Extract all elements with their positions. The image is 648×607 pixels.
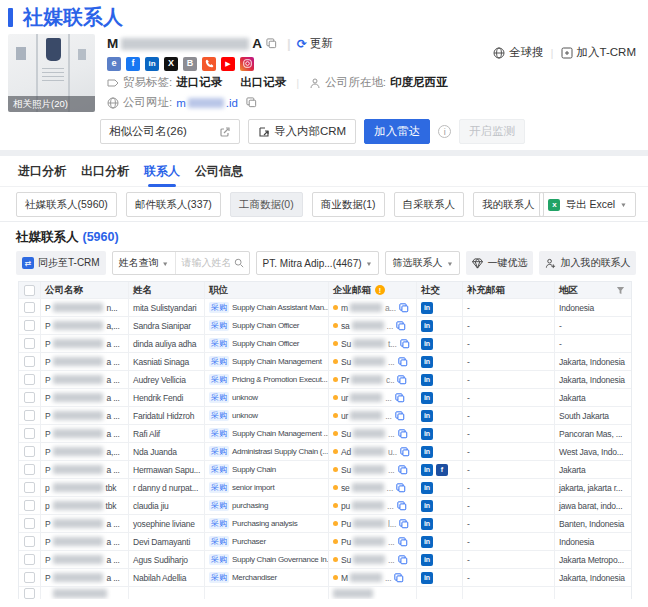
table-row[interactable]: Pa ... Kasniati Sinaga 采购Supply Chain Ma… — [19, 353, 631, 371]
global-search-link[interactable]: 全球搜 — [493, 45, 544, 60]
linkedin-icon[interactable]: in — [145, 57, 159, 71]
export-excel-button[interactable]: x 导出 Excel ▼ — [539, 192, 636, 217]
linkedin-icon[interactable]: in — [421, 536, 433, 548]
linkedin-icon[interactable]: in — [421, 554, 433, 566]
row-checkbox[interactable] — [24, 446, 35, 457]
table-row[interactable]: Pa,... Nda Juanda 采购Administrasi Supply … — [19, 443, 631, 461]
copy-icon[interactable] — [398, 429, 408, 439]
refresh-label[interactable]: 更新 — [310, 36, 333, 51]
website-icon[interactable]: e — [107, 57, 121, 71]
table-row[interactable]: Pa,... Sandra Sianipar 采购Supply Chain Of… — [19, 317, 631, 335]
tab-1[interactable]: 出口分析 — [81, 156, 129, 187]
refresh-icon[interactable]: ⟳ — [297, 37, 307, 51]
name-query-dropdown[interactable]: 姓名查询 ▼ — [113, 252, 176, 274]
row-checkbox[interactable] — [24, 518, 35, 529]
trade-tag-export[interactable]: 出口记录 — [240, 75, 286, 90]
copy-icon[interactable] — [396, 483, 406, 493]
join-radar-button[interactable]: 加入雷达 — [364, 119, 430, 144]
warning-icon[interactable]: ! — [375, 285, 385, 295]
filter-contacts-dropdown[interactable]: 筛选联系人 ▼ — [385, 251, 460, 275]
linkedin-icon[interactable]: in — [421, 392, 433, 404]
similar-companies-box[interactable]: 相似公司名(26) — [100, 119, 240, 144]
linkedin-icon[interactable]: in — [421, 464, 433, 476]
linkedin-icon[interactable]: in — [421, 320, 433, 332]
row-checkbox[interactable] — [24, 536, 35, 547]
facebook-icon[interactable]: f — [436, 464, 448, 476]
row-checkbox[interactable] — [24, 482, 35, 493]
blog-icon[interactable]: B — [183, 57, 197, 71]
copy-icon[interactable] — [394, 573, 404, 583]
sync-tcrm-button[interactable]: ⇄ 同步至T-CRM — [16, 251, 106, 275]
table-row[interactable]: Pa ... Hermawan Sapu... 采购Supply Chain S… — [19, 461, 631, 479]
copy-icon[interactable] — [398, 465, 408, 475]
row-checkbox[interactable] — [24, 356, 35, 367]
name-search-input[interactable]: 请输入姓名 — [176, 256, 234, 270]
table-row[interactable]: ptbk r danny d nurpat... 采购senior import… — [19, 479, 631, 497]
pill-5[interactable]: 我的联系人 — [473, 192, 544, 217]
monitor-button[interactable]: 开启监测 — [459, 119, 525, 144]
row-checkbox[interactable] — [24, 464, 35, 475]
copy-icon[interactable] — [397, 375, 407, 385]
pill-0[interactable]: 社媒联系人(5960) — [16, 192, 117, 217]
join-tcrm-link[interactable]: 加入T-CRM — [561, 45, 636, 60]
copy-icon[interactable] — [396, 321, 406, 331]
instagram-icon[interactable] — [240, 57, 254, 71]
linkedin-icon[interactable]: in — [421, 500, 433, 512]
linkedin-icon[interactable]: in — [421, 302, 433, 314]
youtube-icon[interactable]: ▶ — [221, 57, 235, 71]
copy-icon[interactable] — [266, 38, 277, 49]
linkedin-icon[interactable]: in — [421, 446, 433, 458]
table-row[interactable]: Pa ... Rafi Alif 采购Supply Chain Manageme… — [19, 425, 631, 443]
one-click-optimize-button[interactable]: 一键优选 — [466, 251, 533, 275]
copy-icon[interactable] — [398, 357, 408, 367]
info-icon[interactable]: i — [438, 125, 451, 138]
pill-3[interactable]: 商业数据(1) — [312, 192, 385, 217]
linkedin-icon[interactable]: in — [421, 374, 433, 386]
copy-icon[interactable] — [399, 303, 409, 313]
tab-0[interactable]: 进口分析 — [18, 156, 66, 187]
table-row[interactable]: Pa ... Audrey Vellicia 采购Pricing & Promo… — [19, 371, 631, 389]
add-my-contacts-button[interactable]: 加入我的联系人 — [539, 251, 636, 275]
pill-2[interactable]: 工商数据(0) — [230, 192, 303, 217]
linkedin-icon[interactable]: in — [421, 518, 433, 530]
row-checkbox[interactable] — [24, 320, 35, 331]
copy-icon[interactable] — [400, 339, 410, 349]
trade-tag-import[interactable]: 进口记录 — [176, 75, 222, 90]
row-checkbox[interactable] — [24, 500, 35, 511]
row-checkbox[interactable] — [24, 428, 35, 439]
copy-icon[interactable] — [397, 501, 407, 511]
linkedin-icon[interactable]: in — [421, 428, 433, 440]
facebook-icon[interactable]: f — [126, 57, 140, 71]
linkedin-icon[interactable]: in — [421, 410, 433, 422]
filter-icon[interactable] — [616, 286, 625, 295]
linkedin-icon[interactable]: in — [421, 482, 433, 494]
linkedin-icon[interactable]: in — [421, 356, 433, 368]
row-checkbox[interactable] — [24, 374, 35, 385]
row-checkbox[interactable] — [24, 392, 35, 403]
company-photo[interactable]: 相关照片(20) — [8, 34, 95, 112]
copy-icon[interactable] — [399, 519, 409, 529]
row-checkbox[interactable] — [24, 410, 35, 421]
table-row[interactable]: Pa ... yosephine liviane 采购Purchasing an… — [19, 515, 631, 533]
table-row[interactable]: Pa ... Agus Sudiharjo 采购Supply Chain Gov… — [19, 551, 631, 569]
tab-3[interactable]: 公司信息 — [195, 156, 243, 187]
pill-4[interactable]: 自采联系人 — [394, 192, 465, 217]
linkedin-icon[interactable]: in — [421, 338, 433, 350]
tab-2[interactable]: 联系人 — [144, 156, 180, 187]
table-row[interactable]: Pa ... Faridatul Hidzroh 采购unknow ur... … — [19, 407, 631, 425]
copy-icon[interactable] — [395, 411, 405, 421]
copy-icon[interactable] — [398, 555, 408, 565]
company-website-link[interactable]: m .id — [176, 97, 238, 109]
copy-icon[interactable] — [246, 97, 257, 108]
row-checkbox[interactable] — [24, 572, 35, 583]
import-crm-button[interactable]: 导入内部CRM — [248, 119, 356, 144]
table-row[interactable]: Pa ... Devi Damayanti 采购Purchaser Pu... … — [19, 533, 631, 551]
copy-icon[interactable] — [395, 393, 405, 403]
copy-icon[interactable] — [398, 537, 408, 547]
table-row[interactable]: Pn... mita Sulistyandari 采购Supply Chain … — [19, 299, 631, 317]
table-row[interactable]: ptbk claudia jiu 采购purchasing pu... in -… — [19, 497, 631, 515]
row-checkbox[interactable] — [24, 302, 35, 313]
table-row[interactable]: Pa ... Nabilah Adellia 采购Merchandiser M.… — [19, 569, 631, 587]
phone-icon[interactable] — [202, 57, 216, 71]
linkedin-icon[interactable]: in — [421, 572, 433, 584]
